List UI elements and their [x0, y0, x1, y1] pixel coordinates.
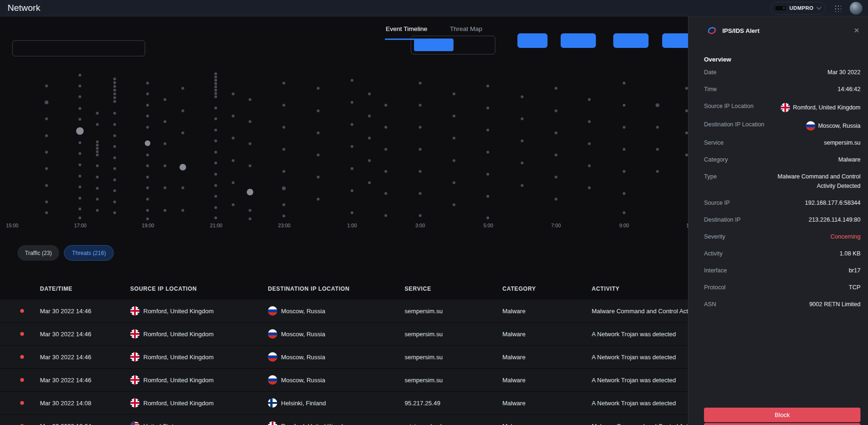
tab-event-timeline[interactable]: Event Timeline	[385, 16, 429, 40]
avatar[interactable]	[850, 2, 862, 15]
event-dot[interactable]	[146, 115, 149, 117]
event-dot[interactable]	[232, 93, 235, 95]
event-dot[interactable]	[249, 98, 251, 101]
event-dot[interactable]	[282, 148, 285, 151]
event-dot[interactable]	[214, 162, 217, 164]
event-dot[interactable]	[113, 178, 116, 181]
event-dot[interactable]	[78, 107, 81, 110]
event-dot[interactable]	[45, 184, 48, 187]
event-dot[interactable]	[214, 92, 217, 95]
event-dot[interactable]	[113, 134, 116, 137]
event-dot[interactable]	[145, 140, 150, 146]
event-dot[interactable]	[521, 95, 524, 98]
event-dot[interactable]	[96, 176, 99, 178]
event-dot[interactable]	[623, 211, 626, 214]
event-dot[interactable]	[282, 203, 285, 206]
event-dot[interactable]	[214, 139, 217, 142]
event-dot[interactable]	[351, 167, 353, 170]
event-dot[interactable]	[76, 127, 84, 135]
filter-dropdown[interactable]	[12, 40, 145, 56]
device-selector[interactable]: UDMPRO	[770, 2, 826, 15]
event-dot[interactable]	[486, 107, 489, 109]
event-dot[interactable]	[282, 186, 286, 190]
event-dot[interactable]	[232, 115, 235, 117]
event-dot[interactable]	[164, 186, 166, 189]
event-dot[interactable]	[214, 89, 217, 92]
event-dot[interactable]	[164, 120, 166, 123]
event-dot[interactable]	[384, 192, 387, 195]
event-dot[interactable]	[419, 192, 422, 195]
event-dot[interactable]	[555, 154, 557, 156]
event-dot[interactable]	[368, 93, 371, 95]
event-dot[interactable]	[96, 112, 99, 115]
event-dot[interactable]	[78, 95, 81, 98]
event-dot[interactable]	[146, 186, 149, 189]
event-dot[interactable]	[78, 208, 81, 210]
event-dot[interactable]	[623, 104, 626, 107]
event-dot[interactable]	[249, 164, 251, 167]
event-dot[interactable]	[113, 211, 116, 214]
event-dot[interactable]	[588, 186, 591, 189]
event-dot[interactable]	[78, 175, 81, 178]
event-dot[interactable]	[555, 87, 557, 90]
chip-traffic[interactable]: Traffic (23)	[17, 245, 59, 261]
event-dot[interactable]	[351, 79, 353, 82]
event-dot[interactable]	[180, 164, 186, 170]
event-dot[interactable]	[317, 87, 320, 90]
event-dot[interactable]	[181, 109, 184, 112]
event-dot[interactable]	[453, 159, 455, 162]
event-dot[interactable]	[45, 85, 48, 87]
event-dot[interactable]	[368, 159, 371, 162]
event-dot[interactable]	[486, 173, 489, 176]
event-dot[interactable]	[282, 170, 285, 173]
event-dot[interactable]	[249, 209, 251, 212]
event-dot[interactable]	[113, 85, 116, 88]
event-dot[interactable]	[96, 187, 99, 190]
event-dot[interactable]	[113, 189, 116, 192]
event-dot[interactable]	[623, 192, 626, 195]
event-dot[interactable]	[146, 104, 149, 107]
event-dot[interactable]	[521, 139, 524, 142]
event-dot[interactable]	[78, 74, 81, 77]
event-dot[interactable]	[96, 198, 99, 201]
event-dot[interactable]	[317, 109, 320, 112]
time-range-active-option[interactable]	[414, 39, 454, 51]
event-dot[interactable]	[249, 217, 251, 220]
event-dot[interactable]	[555, 109, 557, 112]
event-dot[interactable]	[232, 181, 235, 184]
event-dot[interactable]	[214, 76, 217, 78]
event-dot[interactable]	[96, 140, 99, 143]
event-dot[interactable]	[368, 181, 371, 184]
event-dot[interactable]	[232, 137, 235, 139]
event-dot[interactable]	[249, 142, 251, 145]
event-dot[interactable]	[78, 141, 81, 144]
event-dot[interactable]	[384, 214, 387, 217]
event-dot[interactable]	[232, 159, 235, 162]
event-dot[interactable]	[214, 184, 217, 187]
event-dot[interactable]	[232, 203, 235, 206]
event-dot[interactable]	[146, 209, 149, 212]
event-dot[interactable]	[214, 216, 217, 219]
event-dot[interactable]	[486, 195, 489, 198]
event-dot[interactable]	[78, 118, 81, 121]
event-dot[interactable]	[419, 126, 422, 129]
event-dot[interactable]	[351, 101, 353, 104]
event-dot[interactable]	[45, 167, 48, 170]
event-dot[interactable]	[214, 195, 217, 198]
event-dot[interactable]	[317, 176, 320, 178]
event-dot[interactable]	[113, 201, 116, 203]
event-dot[interactable]	[555, 131, 557, 134]
event-dot[interactable]	[317, 131, 320, 134]
event-dot[interactable]	[214, 107, 217, 109]
event-dot[interactable]	[181, 87, 184, 90]
event-dot[interactable]	[113, 167, 116, 170]
event-dot[interactable]	[555, 176, 557, 178]
event-dot[interactable]	[181, 209, 184, 212]
event-dot[interactable]	[181, 186, 184, 189]
event-dot[interactable]	[181, 131, 184, 134]
event-dot[interactable]	[78, 152, 81, 155]
event-dot[interactable]	[214, 173, 217, 176]
event-dot[interactable]	[384, 104, 387, 107]
event-dot[interactable]	[486, 216, 489, 219]
event-dot[interactable]	[282, 215, 285, 217]
